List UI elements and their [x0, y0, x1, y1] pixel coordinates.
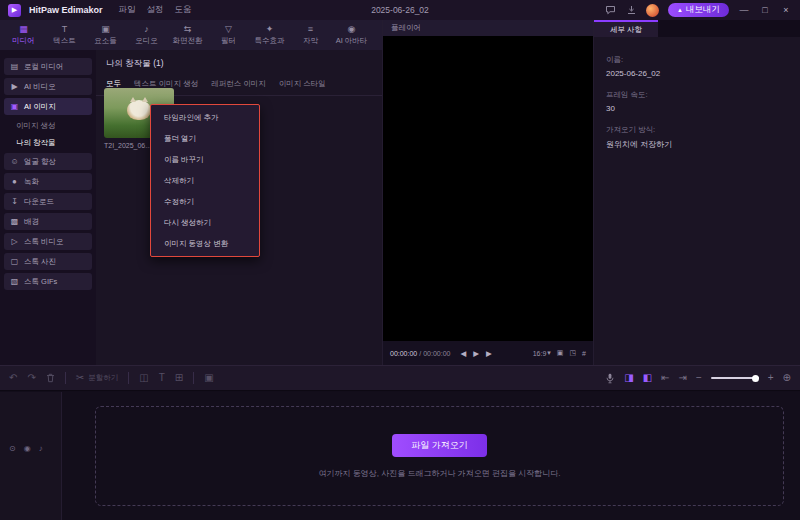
tab-label: 자막	[303, 36, 318, 46]
filter-tab-style[interactable]: 이미지 스타일	[279, 79, 326, 89]
prev-frame-icon[interactable]: ◀	[460, 349, 466, 358]
zoom-in-icon[interactable]: +	[768, 373, 774, 383]
menu-item-delete[interactable]: 삭제하기	[151, 170, 259, 191]
filter-tab-reference[interactable]: 레퍼런스 이미지	[211, 79, 266, 89]
mute-icon[interactable]: ♪	[39, 444, 43, 453]
tab-text[interactable]: T 텍스트	[44, 24, 85, 46]
sidebar-item-stock-video[interactable]: ▷ 스톡 비디오	[4, 233, 92, 250]
feedback-icon[interactable]	[604, 4, 616, 16]
track-header: ⊙ ◉ ♪	[0, 392, 62, 520]
slider-knob[interactable]	[752, 375, 759, 382]
sidebar-item-ai-image[interactable]: ▣ AI 이미지	[4, 98, 92, 115]
media-tab-strip: ▦ 미디어 T 텍스트 ▣ 요소들 ♪ 오디오 ⇆ 화면전환 ▽ 필터 ✦ 특수…	[0, 20, 382, 50]
undo-icon[interactable]: ↶	[9, 373, 17, 383]
zoom-out-icon[interactable]: −	[696, 373, 702, 383]
details-body: 이름: 2025-06-26_02 프레임 속도: 30 가져오기 방식: 원위…	[594, 37, 800, 156]
tab-subtitle[interactable]: ≡ 자막	[290, 24, 331, 46]
ai-image-icon: ▣	[10, 102, 19, 111]
split-icon[interactable]: ✂	[76, 373, 84, 383]
record-track-icon[interactable]: ⊙	[9, 444, 16, 453]
tab-media[interactable]: ▦ 미디어	[3, 24, 44, 46]
sidebar-item-stock-photo[interactable]: ▢ 스톡 사진	[4, 253, 92, 270]
tab-filter[interactable]: ▽ 필터	[208, 24, 249, 46]
player-preview[interactable]	[383, 36, 593, 341]
download-icon: ↧	[10, 197, 19, 206]
sidebar-label: 이미지 생성	[16, 121, 56, 131]
current-time: 00:00:00	[390, 350, 417, 357]
tab-transition[interactable]: ⇆ 화면전환	[167, 24, 208, 46]
tab-details[interactable]: 세부 사항	[594, 20, 658, 37]
play-icon[interactable]: ▶	[473, 349, 479, 358]
user-avatar[interactable]	[646, 4, 659, 17]
field-label-framerate: 프레임 속도:	[606, 90, 788, 100]
redo-icon[interactable]: ↷	[27, 373, 35, 383]
audio-icon: ♪	[144, 24, 149, 35]
close-button[interactable]: ×	[780, 5, 792, 15]
maximize-button[interactable]: □	[759, 5, 771, 15]
sidebar-item-background[interactable]: ▩ 배경	[4, 213, 92, 230]
trash-icon[interactable]	[46, 373, 55, 383]
toolbar-divider	[193, 372, 194, 384]
transition-icon: ⇆	[184, 24, 192, 35]
sidebar-item-record[interactable]: ● 녹화	[4, 173, 92, 190]
menu-item-image-to-video[interactable]: 이미지 동영상 변환	[151, 233, 259, 254]
voice-track-toggle-icon[interactable]: ◨	[624, 373, 633, 383]
freeze-frame-icon[interactable]: ▣	[204, 373, 213, 383]
time-divider: /	[419, 350, 421, 357]
transport-buttons: ◀ ▶ ▶	[460, 349, 491, 358]
sidebar-item-local-media[interactable]: ▤ 로컬 미디어	[4, 58, 92, 75]
ai-video-icon: ▶	[10, 82, 19, 91]
timeline-area: ⊙ ◉ ♪ 파일 가져오기 여기까지 동영상, 사진을 드래그하거나 가져오면 …	[0, 392, 800, 520]
fullscreen-icon[interactable]: ◳	[569, 349, 576, 357]
keyframe-icon[interactable]: ⊞	[175, 373, 183, 383]
stock-video-icon: ▷	[10, 237, 19, 246]
field-value-name: 2025-06-26_02	[606, 69, 788, 78]
microphone-icon[interactable]	[605, 373, 615, 384]
menu-help[interactable]: 도움	[175, 4, 192, 16]
auto-ripple-toggle-icon[interactable]: ◧	[643, 373, 652, 383]
menu-item-rename[interactable]: 이름 바꾸기	[151, 149, 259, 170]
tab-elements[interactable]: ▣ 요소들	[85, 24, 126, 46]
jump-start-icon[interactable]: ⇤	[661, 373, 669, 383]
field-label-name: 이름:	[606, 55, 788, 65]
titlebar-actions: ▲ 내보내기 — □ ×	[604, 3, 792, 17]
aspect-ratio-dropdown[interactable]: 16:9 ▾	[533, 349, 551, 357]
menu-file[interactable]: 파일	[119, 4, 136, 16]
minimize-button[interactable]: —	[738, 5, 750, 15]
sidebar-item-image-generate[interactable]: 이미지 생성	[16, 118, 92, 133]
menu-item-edit[interactable]: 수정하기	[151, 191, 259, 212]
sidebar-item-stock-gifs[interactable]: ▧ 스톡 GIFs	[4, 273, 92, 290]
menu-settings[interactable]: 설정	[147, 4, 164, 16]
menu-item-regenerate[interactable]: 다시 생성하기	[151, 212, 259, 233]
tab-audio[interactable]: ♪ 오디오	[126, 24, 167, 46]
sidebar-item-ai-video[interactable]: ▶ AI 비디오	[4, 78, 92, 95]
snapshot-icon[interactable]: ▣	[557, 349, 564, 357]
menu-item-add-to-timeline[interactable]: 타임라인에 추가	[151, 107, 259, 128]
eye-icon[interactable]: ◉	[24, 444, 31, 453]
menu-item-open-folder[interactable]: 폴더 열기	[151, 128, 259, 149]
tab-effects[interactable]: ✦ 특수효과	[249, 24, 290, 46]
download-manager-icon[interactable]	[625, 4, 637, 16]
text-tool-icon[interactable]: T	[159, 373, 165, 383]
next-frame-icon[interactable]: ▶	[486, 349, 492, 358]
tab-ai-avatar[interactable]: ◉ AI 아바타	[331, 24, 372, 46]
sidebar-label: 로컬 미디어	[24, 62, 64, 72]
fit-timeline-icon[interactable]: ⊕	[783, 373, 791, 383]
sidebar-item-face-enhance[interactable]: ☺ 얼굴 향상	[4, 153, 92, 170]
export-button[interactable]: ▲ 내보내기	[668, 3, 729, 17]
elements-icon: ▣	[101, 24, 110, 35]
grid-icon[interactable]: #	[582, 350, 586, 357]
folder-icon: ▤	[10, 62, 19, 71]
stock-photo-icon: ▢	[10, 257, 19, 266]
import-file-button[interactable]: 파일 가져오기	[392, 434, 487, 457]
timeline-zoom-slider[interactable]	[711, 377, 759, 379]
sidebar-item-download[interactable]: ↧ 다운로드	[4, 193, 92, 210]
sidebar-label: 얼굴 향상	[24, 157, 56, 167]
import-dropzone[interactable]: 파일 가져오기 여기까지 동영상, 사진을 드래그하거나 가져오면 편집을 시작…	[95, 406, 784, 506]
effects-icon: ✦	[266, 24, 274, 35]
title-bar: ▶ HitPaw Edimakor 파일 설정 도움 2025-06-26_02…	[0, 0, 800, 20]
sidebar-item-my-creations[interactable]: 나의 창작물	[16, 135, 92, 150]
jump-end-icon[interactable]: ⇥	[679, 373, 687, 383]
field-label-import-mode: 가져오기 방식:	[606, 125, 788, 135]
crop-icon[interactable]: ◫	[139, 373, 148, 383]
